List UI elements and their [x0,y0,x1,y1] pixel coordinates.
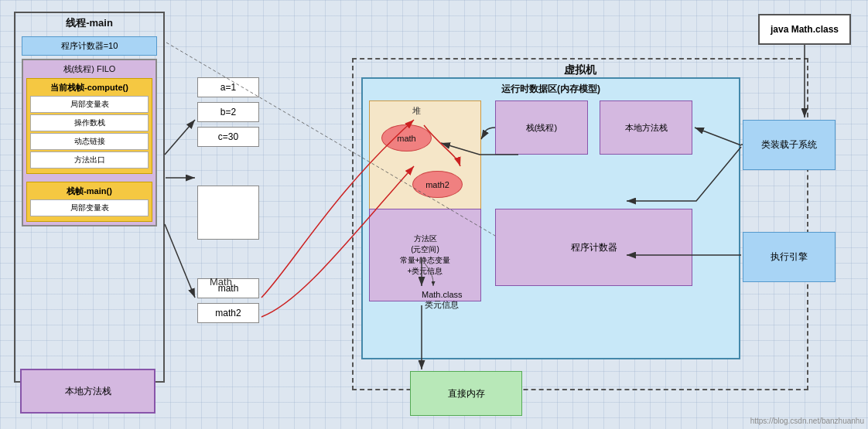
method-exit-item: 方法出口 [30,152,149,169]
stack-frame-main: 栈帧-main() 局部变量表 [26,182,152,222]
stack-thread-jvm-label: 栈(线程) [526,122,557,134]
dynamic-link-item: 动态链接 [30,133,149,150]
method-area-label: 方法区 (元空间) 常量+静态变量 +类元信息 [400,233,451,277]
math-ellipse-2: math2 [412,171,463,198]
native-method-stack-label: 本地方法栈 [65,385,111,398]
method-area-box: 方法区 (元空间) 常量+静态变量 +类元信息 [369,209,481,301]
diagram-container: 线程-main 程序计数器=10 栈(线程) FILO 当前栈帧-compute… [0,0,868,429]
exec-engine-label: 执行引擎 [771,250,808,264]
var-box-group-1: a=1 b=2 c=30 [197,77,259,152]
current-frame-title: 当前栈帧-compute() [30,82,149,94]
thread-main-box: 线程-main 程序计数器=10 栈(线程) FILO 当前栈帧-compute… [14,12,165,383]
svg-line-3 [165,120,195,155]
java-math-class-label: java Math.class [771,24,839,35]
stack-thread-jvm-box: 栈(线程) [495,100,588,155]
program-counter-box: 程序计数器=10 [22,36,157,56]
native-method-stack-box: 本地方法栈 [20,369,155,414]
runtime-title: 运行时数据区(内存模型) [367,83,735,96]
var-a: a=1 [197,77,259,97]
native-stack-jvm-label: 本地方法栈 [625,122,668,134]
class-loader-box: 类装载子系统 [743,120,836,170]
math-class-label: Math.class类元信息 [422,290,463,311]
local-vars-item: 局部变量表 [30,96,149,113]
var-b: b=2 [197,102,259,122]
watermark: https://blog.csdn.net/banzhuanhu [750,417,864,425]
class-loader-label: 类装载子系统 [761,138,817,152]
stack-filo-title: 栈(线程) FILO [26,63,152,75]
math-ellipse-1: math [381,124,432,152]
svg-line-4 [165,224,195,298]
var-math2: math2 [197,303,259,323]
main-local-vars-item: 局部变量表 [30,199,149,216]
prog-counter-jvm-box: 程序计数器 [495,209,692,286]
native-stack-jvm-box: 本地方法栈 [600,100,692,155]
java-math-class-box: java Math.class [758,14,851,45]
prog-counter-jvm-label: 程序计数器 [571,241,617,254]
operand-stack-item: 操作数栈 [30,114,149,131]
exec-engine-box: 执行引擎 [743,232,836,282]
stack-frame-compute: 当前栈帧-compute() 局部变量表 操作数栈 动态链接 方法出口 [26,78,152,174]
direct-memory-box: 直接内存 [410,371,522,416]
empty-box-1 [197,186,259,240]
stack-filo-box: 栈(线程) FILO 当前栈帧-compute() 局部变量表 操作数栈 动态链… [22,59,157,226]
math-text-label: Math [210,276,232,288]
heap-label: 堆 [412,105,421,117]
thread-main-title: 线程-main [15,13,163,33]
direct-memory-label: 直接内存 [448,387,485,400]
main-frame-title: 栈帧-main() [30,186,149,197]
var-c: c=30 [197,127,259,147]
